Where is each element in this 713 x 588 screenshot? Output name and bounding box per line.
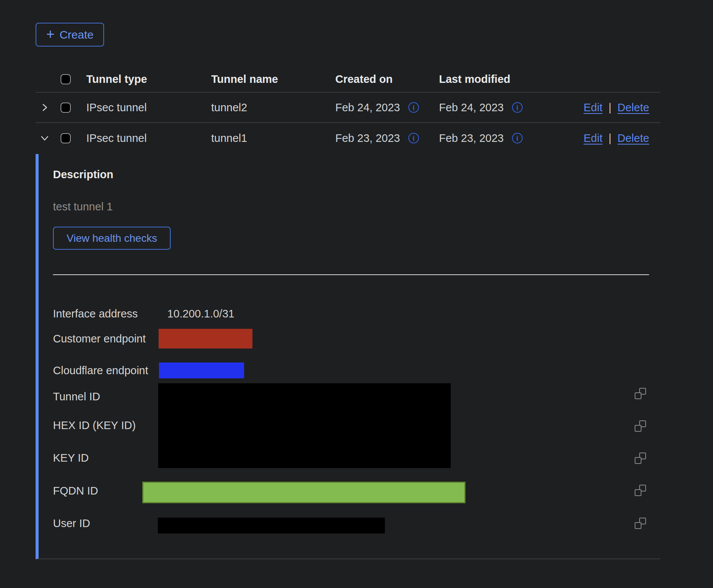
tunnel-name-cell: tunnel2 <box>211 101 335 114</box>
edit-link[interactable]: Edit <box>584 132 602 145</box>
row-actions: Edit | Delete <box>584 101 660 114</box>
description-label: Description <box>53 168 114 181</box>
table-header-row: Tunnel type Tunnel name Created on Last … <box>36 66 660 93</box>
info-icon[interactable]: i <box>408 133 419 143</box>
ids-redacted-values <box>158 383 451 468</box>
tunnel-detail-panel: Description test tunnel 1 View health ch… <box>36 154 660 559</box>
copy-key-id-icon[interactable] <box>635 453 646 464</box>
create-button[interactable]: + Create <box>36 23 104 47</box>
copy-hex-id-icon[interactable] <box>635 420 646 432</box>
fqdn-id-label: FQDN ID <box>53 484 98 497</box>
header-created-on: Created on <box>335 73 439 86</box>
info-icon[interactable]: i <box>408 102 419 113</box>
tunnel-name-cell: tunnel1 <box>211 132 335 145</box>
description-value: test tunnel 1 <box>53 201 113 213</box>
panel-divider <box>53 274 649 275</box>
last-modified-value: Feb 24, 2023 <box>439 101 504 114</box>
row-checkbox[interactable] <box>61 103 71 113</box>
last-modified-cell: Feb 23, 2023 i <box>439 132 584 145</box>
table-row: IPsec tunnel tunnel1 Feb 23, 2023 i Feb … <box>36 123 660 153</box>
created-on-value: Feb 24, 2023 <box>335 101 400 114</box>
info-icon[interactable]: i <box>512 102 523 113</box>
delete-link[interactable]: Delete <box>618 132 649 145</box>
tunnel-type-cell: IPsec tunnel <box>86 101 211 114</box>
view-health-checks-button[interactable]: View health checks <box>53 227 171 250</box>
hex-id-label: HEX ID (KEY ID) <box>53 419 136 432</box>
tunnels-table: Tunnel type Tunnel name Created on Last … <box>36 66 660 153</box>
last-modified-value: Feb 23, 2023 <box>439 132 504 145</box>
expand-row-button[interactable] <box>36 102 54 113</box>
delete-link[interactable]: Delete <box>618 101 649 114</box>
created-on-cell: Feb 24, 2023 i <box>335 101 439 114</box>
table-row: IPsec tunnel tunnel2 Feb 24, 2023 i Feb … <box>36 93 660 123</box>
interface-address-value: 10.200.1.0/31 <box>167 307 234 320</box>
header-last-modified: Last modified <box>439 73 584 86</box>
collapse-row-button[interactable] <box>36 133 54 143</box>
header-tunnel-name: Tunnel name <box>211 73 335 86</box>
chevron-down-icon <box>39 133 50 143</box>
tunnel-type-cell: IPsec tunnel <box>86 132 211 145</box>
cloudflare-endpoint-label: Cloudflare endpoint <box>53 364 148 377</box>
copy-fqdn-id-icon[interactable] <box>635 485 646 496</box>
user-id-label: User ID <box>53 517 90 530</box>
action-separator: | <box>609 101 612 114</box>
copy-user-id-icon[interactable] <box>635 518 646 529</box>
key-id-label: KEY ID <box>53 451 89 464</box>
row-checkbox[interactable] <box>61 133 71 143</box>
created-on-value: Feb 23, 2023 <box>335 132 400 145</box>
header-tunnel-type: Tunnel type <box>86 73 211 86</box>
create-button-label: Create <box>59 28 93 41</box>
interface-address-label: Interface address <box>53 307 138 320</box>
edit-link[interactable]: Edit <box>584 101 602 114</box>
tunnel-id-label: Tunnel ID <box>53 390 100 403</box>
customer-endpoint-label: Customer endpoint <box>53 332 146 345</box>
info-icon[interactable]: i <box>512 133 523 143</box>
row-actions: Edit | Delete <box>584 132 660 145</box>
plus-icon: + <box>46 27 54 41</box>
select-all-checkbox[interactable] <box>61 74 71 84</box>
last-modified-cell: Feb 24, 2023 i <box>439 101 584 114</box>
copy-tunnel-id-icon[interactable] <box>635 388 646 399</box>
user-id-redacted-value <box>158 518 385 534</box>
fqdn-id-redacted-value <box>142 482 465 503</box>
action-separator: | <box>609 132 612 145</box>
cloudflare-endpoint-redacted-value <box>159 362 244 378</box>
customer-endpoint-redacted-value <box>159 329 252 348</box>
chevron-right-icon <box>39 102 50 113</box>
created-on-cell: Feb 23, 2023 i <box>335 132 439 145</box>
